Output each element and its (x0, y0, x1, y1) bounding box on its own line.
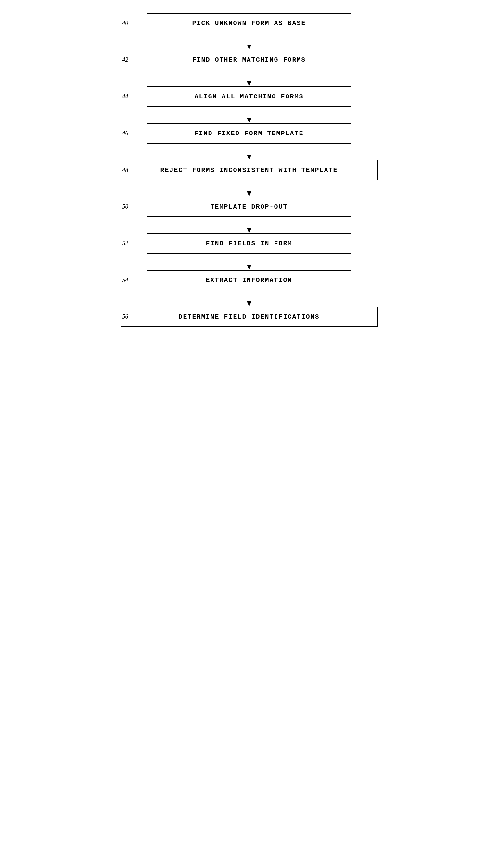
step-box-50: TEMPLATE DROP-OUT (147, 197, 352, 217)
arrow-50-to-52 (244, 217, 254, 233)
step-box-54: EXTRACT INFORMATION (147, 270, 352, 290)
step-box-46: FIND FIXED FORM TEMPLATE (147, 123, 352, 144)
svg-marker-3 (247, 81, 251, 87)
step-wrapper-50: 50TEMPLATE DROP-OUT (103, 197, 395, 217)
step-box-44: ALIGN ALL MATCHING FORMS (147, 87, 352, 107)
step-box-42: FIND OTHER MATCHING FORMS (147, 50, 352, 70)
svg-marker-15 (247, 301, 251, 307)
step-label-42: 42 (122, 56, 128, 63)
svg-marker-7 (247, 155, 251, 160)
step-label-48: 48 (122, 167, 128, 173)
step-label-52: 52 (122, 240, 128, 247)
arrow-46-to-48 (244, 144, 254, 160)
step-wrapper-46: 46FIND FIXED FORM TEMPLATE (103, 123, 395, 144)
step-wrapper-42: 42FIND OTHER MATCHING FORMS (103, 50, 395, 70)
svg-marker-13 (247, 265, 251, 270)
svg-marker-9 (247, 191, 251, 197)
arrow-52-to-54 (244, 254, 254, 270)
step-box-52: FIND FIELDS IN FORM (147, 233, 352, 254)
step-label-40: 40 (122, 20, 128, 27)
step-wrapper-48: 48REJECT FORMS INCONSISTENT WITH TEMPLAT… (103, 160, 395, 180)
step-label-44: 44 (122, 93, 128, 100)
step-wrapper-54: 54EXTRACT INFORMATION (103, 270, 395, 290)
svg-marker-1 (247, 44, 251, 50)
step-wrapper-40: 40PICK UNKNOWN FORM AS BASE (103, 13, 395, 34)
step-box-56: DETERMINE FIELD IDENTIFICATIONS (120, 307, 378, 327)
step-label-50: 50 (122, 203, 128, 210)
arrow-40-to-42 (244, 34, 254, 50)
svg-marker-5 (247, 118, 251, 123)
step-label-54: 54 (122, 277, 128, 284)
step-box-40: PICK UNKNOWN FORM AS BASE (147, 13, 352, 34)
step-box-48: REJECT FORMS INCONSISTENT WITH TEMPLATE (120, 160, 378, 180)
arrow-54-to-56 (244, 290, 254, 307)
step-label-56: 56 (122, 314, 128, 320)
step-wrapper-52: 52FIND FIELDS IN FORM (103, 233, 395, 254)
step-wrapper-44: 44ALIGN ALL MATCHING FORMS (103, 87, 395, 107)
arrow-48-to-50 (244, 180, 254, 197)
svg-marker-11 (247, 228, 251, 233)
arrow-42-to-44 (244, 70, 254, 87)
flowchart-diagram: 40PICK UNKNOWN FORM AS BASE 42FIND OTHER… (103, 13, 395, 327)
step-label-46: 46 (122, 130, 128, 137)
arrow-44-to-46 (244, 107, 254, 123)
step-wrapper-56: 56DETERMINE FIELD IDENTIFICATIONS (103, 307, 395, 327)
